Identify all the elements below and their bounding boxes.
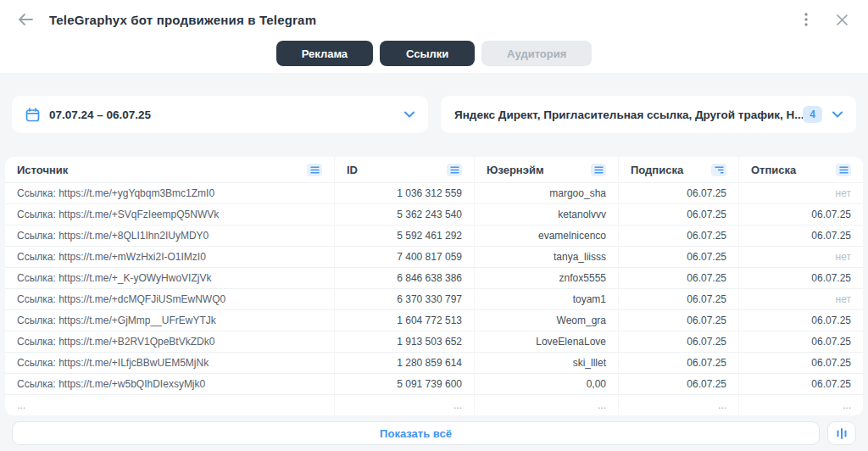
unsubscribed-cell: 06.07.25 [739, 352, 863, 373]
sources-value: Яндекс Директ, Пригласительная ссылка, Д… [454, 109, 803, 121]
column-filter-icon[interactable] [711, 164, 726, 176]
table-row: Ссылка: https://t.me/+GjMmp__UFrEwYTJk1 … [5, 309, 863, 331]
table-row: Ссылка: https://t.me/+ILfjcBBwUEM5MjNk1 … [5, 352, 863, 373]
kebab-menu-icon[interactable] [795, 8, 817, 31]
unsubscribed-cell: 06.07.25 [739, 331, 863, 352]
tab-auditoriya[interactable]: Аудитория [481, 41, 592, 66]
table-row: Ссылка: https://t.me/+mWzHxi2I-O1IMzI07 … [5, 246, 863, 267]
id-cell: 5 362 243 540 [335, 203, 475, 225]
title-row: TeleGraphyx бот продвижения в Telegram [0, 0, 868, 39]
username-cell: LoveElenaLove [475, 331, 619, 352]
username-cell: evamelnicenco [475, 225, 619, 246]
calendar-icon [25, 108, 40, 122]
ellipsis-cell: ... [5, 394, 335, 415]
subscribed-cell: 06.07.25 [619, 203, 739, 225]
unsubscribed-cell: 06.07.25 [739, 203, 863, 225]
source-cell: Ссылка: https://t.me/+ygYqbqm3Bmc1ZmI0 [5, 182, 335, 203]
username-cell: Weom_gra [475, 309, 619, 331]
username-cell: ski_lllet [475, 352, 619, 373]
ellipsis-cell: ... [739, 394, 863, 415]
table-row: Ссылка: https://t.me/+8QLI1Ihn2IUyMDY05 … [5, 225, 863, 246]
column-header-source: Источник [5, 157, 335, 182]
source-cell: Ссылка: https://t.me/+mWzHxi2I-O1IMzI0 [5, 246, 335, 267]
table-row: Ссылка: https://t.me/+dcMQFJiUSmEwNWQ06 … [5, 288, 863, 309]
unsubscribed-cell: 06.07.25 [739, 373, 863, 394]
username-cell: znfox5555 [475, 267, 619, 288]
subscribed-cell: 06.07.25 [619, 182, 739, 203]
subscribed-cell: 06.07.25 [619, 288, 739, 309]
sources-select[interactable]: Яндекс Директ, Пригласительная ссылка, Д… [441, 96, 856, 133]
column-menu-icon[interactable] [836, 164, 851, 176]
topbar: TeleGraphyx бот продвижения в Telegram Р… [0, 0, 868, 73]
username-cell: toyam1 [475, 288, 619, 309]
bot-stats-window: TeleGraphyx бот продвижения в Telegram Р… [0, 0, 868, 451]
chevron-down-icon [832, 111, 843, 118]
table-row: Ссылка: https://t.me/+SVqFzIeempQ5NWVk5 … [5, 203, 863, 225]
subscribed-cell: 06.07.25 [619, 309, 739, 331]
id-cell: 6 846 638 386 [335, 267, 475, 288]
id-cell: 1 280 859 614 [335, 352, 475, 373]
ellipsis-cell: ... [619, 394, 739, 415]
source-cell: Ссылка: https://t.me/+B2RV1QpeBtVkZDk0 [5, 331, 335, 352]
username-cell: margoo_sha [475, 182, 619, 203]
ellipsis-cell: ... [475, 394, 619, 415]
source-cell: Ссылка: https://t.me/+dcMQFJiUSmEwNWQ0 [5, 288, 335, 309]
source-cell: Ссылка: https://t.me/+8QLI1Ihn2IUyMDY0 [5, 225, 335, 246]
tabs: Реклама Ссылки Аудитория [0, 41, 868, 66]
table-body: Ссылка: https://t.me/+ygYqbqm3Bmc1ZmI01 … [5, 182, 863, 394]
subscribed-cell: 06.07.25 [619, 225, 739, 246]
username-cell: tanya_liisss [475, 246, 619, 267]
source-cell: Ссылка: https://t.me/+w5bQIhDIexsyMjk0 [5, 373, 335, 394]
date-range-select[interactable]: 07.07.24 – 06.07.25 [12, 96, 428, 133]
table-row: Ссылка: https://t.me/+ygYqbqm3Bmc1ZmI01 … [5, 182, 863, 203]
unsubscribed-cell: нет [739, 288, 863, 309]
subscribed-cell: 06.07.25 [619, 352, 739, 373]
ellipsis-row: ... ... ... ... ... [5, 394, 863, 415]
links-table: Источник ID Юзернэйм Подписка [5, 157, 863, 415]
tab-reklama[interactable]: Реклама [276, 41, 373, 66]
table-row: Ссылка: https://t.me/+B2RV1QpeBtVkZDk01 … [5, 331, 863, 352]
subscribed-cell: 06.07.25 [619, 331, 739, 352]
id-cell: 1 036 312 559 [335, 182, 475, 203]
source-cell: Ссылка: https://t.me/+ILfjcBBwUEM5MjNk [5, 352, 335, 373]
date-range-value: 07.07.24 – 06.07.25 [49, 109, 151, 121]
id-cell: 6 370 330 797 [335, 288, 475, 309]
subscribed-cell: 06.07.25 [619, 267, 739, 288]
table-header-row: Источник ID Юзернэйм Подписка [5, 157, 863, 182]
table-row: Ссылка: https://t.me/+w5bQIhDIexsyMjk05 … [5, 373, 863, 394]
unsubscribed-cell: нет [739, 182, 863, 203]
page-title: TeleGraphyx бот продвижения в Telegram [49, 13, 316, 27]
column-header-subscribed: Подписка [619, 157, 739, 182]
column-header-username: Юзернэйм [475, 157, 619, 182]
id-cell: 5 091 739 600 [335, 373, 475, 394]
vertical-bars-icon [836, 427, 848, 440]
source-cell: Ссылка: https://t.me/+_K-yOWyHwoVIZjVk [5, 267, 335, 288]
id-cell: 5 592 461 292 [335, 225, 475, 246]
column-settings-button[interactable] [827, 421, 856, 445]
column-menu-icon[interactable] [447, 164, 462, 176]
ellipsis-cell: ... [335, 394, 475, 415]
source-cell: Ссылка: https://t.me/+GjMmp__UFrEwYTJk [5, 309, 335, 331]
unsubscribed-cell: нет [739, 246, 863, 267]
filters-row: 07.07.24 – 06.07.25 Яндекс Директ, Пригл… [12, 96, 856, 133]
show-all-button[interactable]: Показать всё [12, 421, 820, 445]
subscribed-cell: 06.07.25 [619, 246, 739, 267]
username-cell: 0,00 [475, 373, 619, 394]
column-menu-icon[interactable] [591, 164, 606, 176]
sources-count-badge: 4 [803, 106, 822, 123]
column-menu-icon[interactable] [307, 164, 322, 176]
id-cell: 7 400 817 059 [335, 246, 475, 267]
column-header-unsubscribed: Отписка [739, 157, 863, 182]
close-icon[interactable] [831, 8, 853, 31]
id-cell: 1 604 772 513 [335, 309, 475, 331]
column-header-id: ID [335, 157, 475, 182]
tab-ssylki[interactable]: Ссылки [380, 41, 475, 66]
unsubscribed-cell: 06.07.25 [739, 225, 863, 246]
table-row: Ссылка: https://t.me/+_K-yOWyHwoVIZjVk6 … [5, 267, 863, 288]
source-cell: Ссылка: https://t.me/+SVqFzIeempQ5NWVk [5, 203, 335, 225]
chevron-down-icon [404, 111, 415, 118]
subscribed-cell: 06.07.25 [619, 373, 739, 394]
id-cell: 1 913 503 652 [335, 331, 475, 352]
back-arrow-icon[interactable] [15, 9, 36, 30]
username-cell: ketanolvvv [475, 203, 619, 225]
